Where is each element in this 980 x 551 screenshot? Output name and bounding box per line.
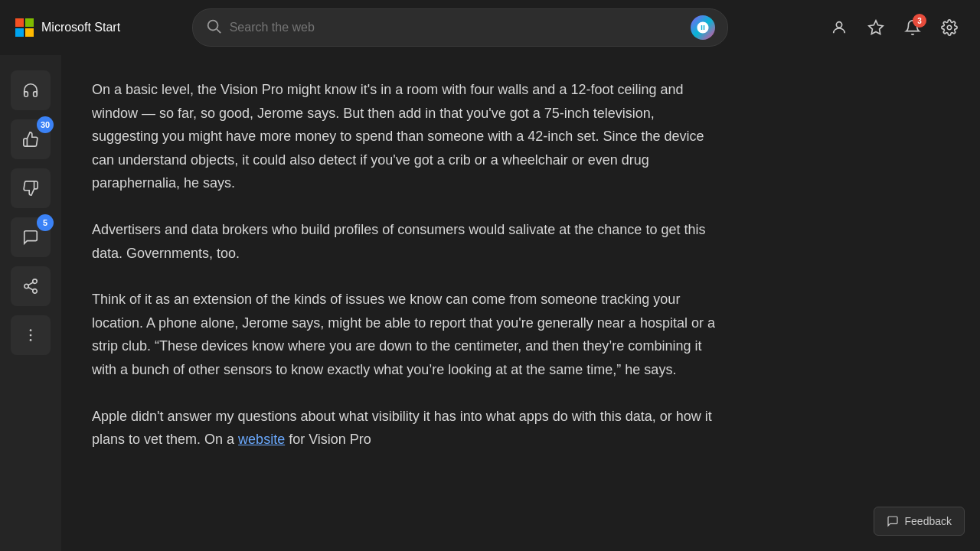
search-bar <box>192 8 728 47</box>
comment-badge: 5 <box>37 214 54 231</box>
notifications-button[interactable]: 3 <box>897 12 928 43</box>
paragraph-4-start: Apple didn't answer my questions about w… <box>92 409 712 448</box>
svg-point-2 <box>836 22 841 28</box>
paragraph-2: Advertisers and data brokers who build p… <box>92 218 720 265</box>
logo-text: Microsoft Start <box>41 21 120 34</box>
logo-q4 <box>25 28 34 37</box>
logo-q3 <box>15 28 24 37</box>
svg-point-10 <box>30 334 32 337</box>
paragraph-3: Think of it as an extension of the kinds… <box>92 288 720 381</box>
left-sidebar: 30 5 <box>0 55 61 551</box>
logo-q2 <box>25 18 34 27</box>
rewards-button[interactable] <box>861 12 891 43</box>
article-area: On a basic level, the Vision Pro might k… <box>61 55 980 551</box>
comment-button[interactable]: 5 <box>11 217 51 257</box>
like-badge: 30 <box>37 116 54 133</box>
microsoft-logo <box>15 18 34 37</box>
svg-line-8 <box>28 282 33 285</box>
svg-point-0 <box>207 20 217 30</box>
header: Microsoft Start <box>0 0 980 55</box>
feedback-button[interactable]: Feedback <box>874 507 965 536</box>
dislike-button[interactable] <box>11 168 51 208</box>
notification-badge: 3 <box>913 14 926 28</box>
svg-point-11 <box>30 339 32 341</box>
article-link[interactable]: website <box>238 432 285 447</box>
search-input[interactable] <box>230 21 683 34</box>
svg-point-3 <box>947 25 952 30</box>
svg-point-4 <box>33 279 38 284</box>
svg-point-9 <box>30 329 32 331</box>
profile-button[interactable] <box>824 12 854 43</box>
audio-button[interactable] <box>11 70 51 110</box>
header-icons: 3 <box>824 12 965 43</box>
more-options-button[interactable] <box>11 315 51 355</box>
svg-point-6 <box>33 289 38 294</box>
settings-button[interactable] <box>934 12 965 43</box>
article-text: On a basic level, the Vision Pro might k… <box>92 78 720 452</box>
svg-line-7 <box>28 287 33 290</box>
search-icon <box>205 18 222 38</box>
feedback-label: Feedback <box>905 515 952 527</box>
share-button[interactable] <box>11 266 51 306</box>
like-button[interactable]: 30 <box>11 119 51 159</box>
paragraph-4-end: for Vision Pro <box>285 432 371 447</box>
svg-point-5 <box>24 284 29 289</box>
search-input-wrapper[interactable] <box>192 8 728 47</box>
svg-line-1 <box>217 29 220 33</box>
logo-area: Microsoft Start <box>15 18 138 37</box>
main-content: 30 5 <box>0 55 980 551</box>
copilot-button[interactable] <box>691 15 715 40</box>
paragraph-4: Apple didn't answer my questions about w… <box>92 405 720 452</box>
logo-q1 <box>15 18 24 27</box>
paragraph-1: On a basic level, the Vision Pro might k… <box>92 78 720 195</box>
